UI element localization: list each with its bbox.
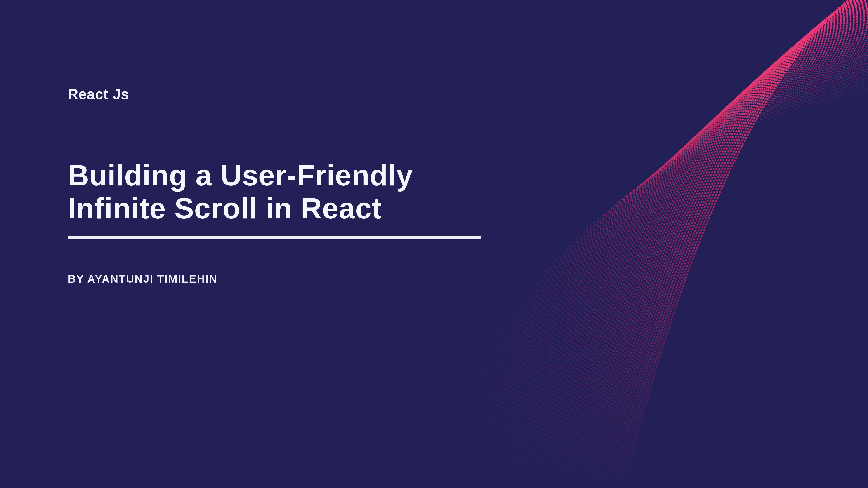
slide: React Js Building a User-Friendly Infini… — [0, 0, 868, 488]
kicker-label: React Js — [68, 86, 520, 103]
content-block: React Js Building a User-Friendly Infini… — [68, 86, 520, 285]
byline: BY AYANTUNJI TIMILEHIN — [68, 273, 520, 285]
title-underline — [68, 236, 482, 239]
slide-title: Building a User-Friendly Infinite Scroll… — [68, 159, 520, 225]
